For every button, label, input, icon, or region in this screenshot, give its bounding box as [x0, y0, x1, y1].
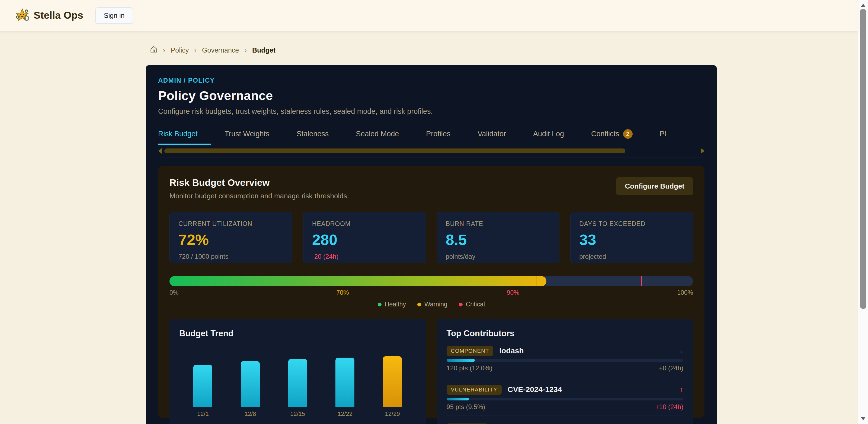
page-subtitle: Configure risk budgets, trust weights, s… [158, 107, 705, 116]
critical-dot-icon [459, 303, 463, 306]
contribution-bar [446, 398, 684, 400]
label-90: 90% [507, 289, 519, 296]
tab-scrollbar [158, 148, 705, 154]
trend-bar-12-15 [288, 359, 307, 407]
tab-conflicts[interactable]: Conflicts 2 [578, 129, 646, 145]
tab-sealed-mode[interactable]: Sealed Mode [342, 129, 412, 145]
tab-scroll-left-icon[interactable] [158, 148, 162, 154]
tab-audit-log[interactable]: Audit Log [520, 129, 578, 145]
legend-critical: Critical [459, 301, 485, 308]
contribution-delta: +0 (24h) [659, 364, 683, 372]
breadcrumb: › Policy › Governance › Budget [150, 45, 276, 55]
tab-staleness[interactable]: Staleness [283, 129, 342, 145]
contributor-name: CVE-2024-1234 [507, 385, 562, 394]
breadcrumb-separator: › [194, 46, 196, 55]
trend-bar-12-8 [241, 361, 260, 407]
budget-trend-x-axis: 12/1 12/8 12/15 12/22 12/29 [179, 411, 416, 418]
contribution-delta: +10 (24h) [655, 403, 683, 411]
top-contributors-title: Top Contributors [446, 329, 684, 338]
configure-budget-button[interactable]: Configure Budget [616, 177, 693, 195]
overview-title: Risk Budget Overview [169, 177, 349, 188]
label-0: 0% [169, 289, 179, 296]
tab-validator[interactable]: Validator [464, 129, 520, 145]
scroll-down-icon[interactable] [860, 417, 866, 420]
breadcrumb-governance[interactable]: Governance [202, 46, 239, 54]
tab-risk-budget[interactable]: Risk Budget [158, 129, 211, 145]
healthy-dot-icon [378, 303, 381, 306]
main-panel: ADMIN / POLICY Policy Governance Configu… [146, 65, 717, 424]
type-badge: VULNERABILITY [446, 385, 502, 395]
warning-dot-icon [417, 303, 421, 306]
status-legend: Healthy Warning Critical [169, 301, 693, 308]
contribution-points: 120 pts (12.0%) [446, 364, 492, 372]
tab-scrollbar-thumb[interactable] [164, 149, 625, 153]
page-scrollbar [858, 0, 868, 424]
budget-trend-title: Budget Trend [179, 329, 416, 338]
contribution-bar [446, 359, 684, 362]
tab-profiles[interactable]: Profiles [412, 129, 464, 145]
breadcrumb-separator: › [244, 46, 247, 55]
tab-trust-weights[interactable]: Trust Weights [211, 129, 283, 145]
stat-sub: -20 (24h) [312, 253, 417, 260]
tab-divider [158, 157, 705, 157]
stat-value: 8.5 [446, 231, 551, 249]
contributor-row-lodash[interactable]: COMPONENT lodash → 120 pts (12.0%) +0 (2… [446, 346, 684, 377]
utilization-labels: 0% 70% 90% 100% [169, 289, 693, 296]
stat-value: 33 [579, 231, 684, 249]
stat-burn-rate: BURN RATE 8.5 points/day [437, 212, 560, 263]
breadcrumb-current: Budget [252, 46, 276, 54]
contribution-points: 95 pts (9.5%) [446, 403, 485, 411]
utilization-fill [169, 276, 547, 286]
tab-scroll-right-icon[interactable] [701, 148, 705, 154]
tab-scrollbar-track[interactable] [163, 149, 699, 153]
breadcrumb-policy[interactable]: Policy [171, 46, 189, 54]
sign-in-button[interactable]: Sign in [95, 7, 133, 24]
stat-headroom: HEADROOM 280 -20 (24h) [303, 212, 426, 263]
topbar: Stella Ops Sign in [0, 0, 858, 31]
label-70: 70% [337, 289, 349, 296]
stats-grid: CURRENT UTILIZATION 72% 720 / 1000 point… [169, 212, 693, 263]
trend-flat-icon: → [676, 347, 683, 355]
type-badge: COMPONENT [446, 346, 494, 356]
risk-budget-overview-card: Risk Budget Overview Monitor budget cons… [158, 166, 705, 418]
brand-name: Stella Ops [34, 10, 83, 21]
row-divider [446, 377, 684, 377]
stat-days-to-exceeded: DAYS TO EXCEEDED 33 projected [570, 212, 693, 263]
stat-value: 280 [312, 231, 417, 249]
trend-bar-12-22 [335, 358, 354, 407]
trend-bar-12-29 [383, 356, 402, 407]
stat-current-utilization: CURRENT UTILIZATION 72% 720 / 1000 point… [169, 212, 292, 263]
budget-trend-card: Budget Trend 12/1 12/8 12/15 12/22 12/29 [169, 319, 426, 424]
tab-clipped[interactable]: Pl [646, 129, 680, 145]
overview-subtitle: Monitor budget consumption and manage ri… [169, 192, 349, 200]
page-title: Policy Governance [158, 88, 705, 103]
conflicts-count-badge: 2 [623, 129, 632, 139]
utilization-progress-bar [169, 276, 693, 286]
trend-bar-12-1 [193, 365, 212, 407]
page-scrollbar-thumb[interactable] [860, 9, 866, 309]
brand[interactable]: Stella Ops [15, 8, 83, 23]
legend-warning: Warning [417, 301, 447, 308]
row-divider [446, 416, 684, 416]
top-contributors-card: Top Contributors COMPONENT lodash → 120 … [437, 319, 693, 424]
scroll-up-icon[interactable] [860, 4, 866, 7]
page-eyebrow: ADMIN / POLICY [158, 77, 705, 84]
stella-logo-icon [15, 8, 29, 23]
tab-bar: Risk Budget Trust Weights Staleness Seal… [158, 129, 705, 145]
legend-healthy: Healthy [378, 301, 406, 308]
budget-trend-chart [179, 356, 416, 407]
threshold-marker-70 [536, 276, 537, 286]
label-100: 100% [677, 289, 693, 296]
stat-sub: points/day [446, 253, 551, 260]
trend-up-icon: ↑ [680, 385, 683, 394]
stat-sub: projected [579, 253, 684, 260]
policy-governance-screen: Stella Ops Sign in › Policy › Governance… [0, 0, 868, 424]
home-icon[interactable] [150, 45, 158, 55]
contributor-name: lodash [499, 347, 524, 355]
contributor-row-cve-2024-1234[interactable]: VULNERABILITY CVE-2024-1234 ↑ 95 pts (9.… [446, 385, 684, 416]
stat-sub: 720 / 1000 points [179, 253, 283, 260]
stat-value: 72% [179, 231, 283, 249]
threshold-marker-90 [641, 276, 642, 286]
breadcrumb-separator: › [163, 46, 165, 55]
